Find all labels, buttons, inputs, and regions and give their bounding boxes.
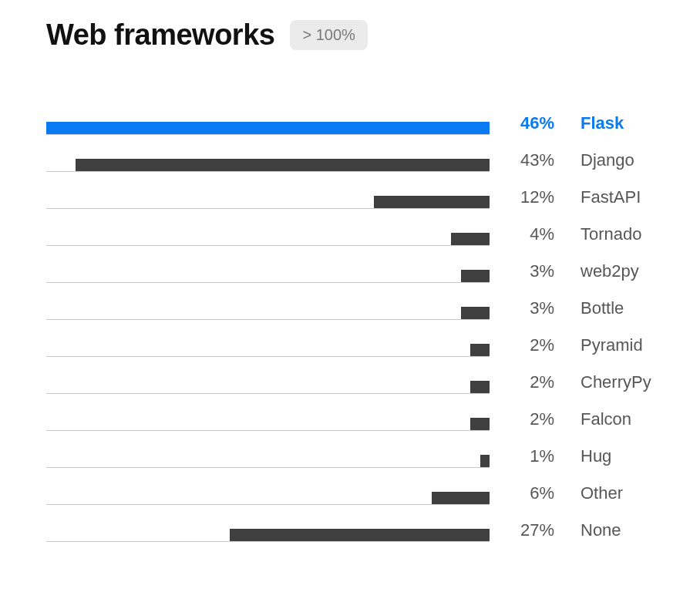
chart-row: 2%Pyramid [46, 320, 654, 357]
chart-row: 2%Falcon [46, 394, 654, 431]
value-label: 4% [490, 224, 559, 246]
value-label: 3% [490, 298, 559, 320]
bar-fill [46, 122, 490, 134]
bar-track [46, 505, 490, 542]
chart-row: 43%Django [46, 135, 654, 172]
chart-row: 3%web2py [46, 246, 654, 283]
chart-row: 12%FastAPI [46, 172, 654, 209]
value-label: 2% [490, 409, 559, 431]
chart-header: Web frameworks > 100% [46, 18, 654, 52]
bar-fill [461, 270, 490, 282]
category-label: Tornado [559, 224, 654, 246]
value-label: 6% [490, 483, 559, 505]
bar-fill [470, 381, 490, 393]
chart-title: Web frameworks [46, 18, 274, 52]
bar-track [46, 172, 490, 209]
value-label: 12% [490, 187, 559, 209]
sum-badge: > 100% [290, 20, 367, 50]
chart-row: 3%Bottle [46, 283, 654, 320]
category-label: Pyramid [559, 335, 654, 357]
bar-track [46, 135, 490, 172]
bar-fill [432, 492, 490, 504]
chart-row: 27%None [46, 505, 654, 542]
bar-fill [374, 196, 490, 208]
value-label: 46% [490, 113, 559, 135]
category-label: Falcon [559, 409, 654, 431]
value-label: 27% [490, 520, 559, 542]
bar-fill [470, 418, 490, 430]
chart-row: 6%Other [46, 468, 654, 505]
bar-track [46, 394, 490, 431]
bar-track [46, 283, 490, 320]
bar-track [46, 98, 490, 135]
bar-fill [230, 529, 490, 541]
bar-track [46, 468, 490, 505]
bar-fill [76, 159, 490, 171]
bar-track [46, 431, 490, 468]
category-label: Other [559, 483, 654, 505]
bar-track [46, 209, 490, 246]
value-label: 1% [490, 446, 559, 468]
category-label: CherryPy [559, 372, 654, 394]
bar-track [46, 320, 490, 357]
value-label: 2% [490, 372, 559, 394]
bar-fill [470, 344, 490, 356]
category-label: None [559, 520, 654, 542]
category-label: web2py [559, 261, 654, 283]
bar-track [46, 246, 490, 283]
value-label: 43% [490, 150, 559, 172]
chart-row: 46%Flask [46, 98, 654, 135]
bar-fill [480, 455, 490, 467]
chart-rows: 46%Flask43%Django12%FastAPI4%Tornado3%we… [46, 98, 654, 542]
bar-fill [451, 233, 490, 245]
value-label: 2% [490, 335, 559, 357]
bar-track [46, 357, 490, 394]
category-label: Flask [559, 113, 654, 135]
chart-row: 1%Hug [46, 431, 654, 468]
category-label: Hug [559, 446, 654, 468]
bar-fill [461, 307, 490, 319]
category-label: FastAPI [559, 187, 654, 209]
value-label: 3% [490, 261, 559, 283]
category-label: Django [559, 150, 654, 172]
category-label: Bottle [559, 298, 654, 320]
chart-row: 4%Tornado [46, 209, 654, 246]
chart-row: 2%CherryPy [46, 357, 654, 394]
